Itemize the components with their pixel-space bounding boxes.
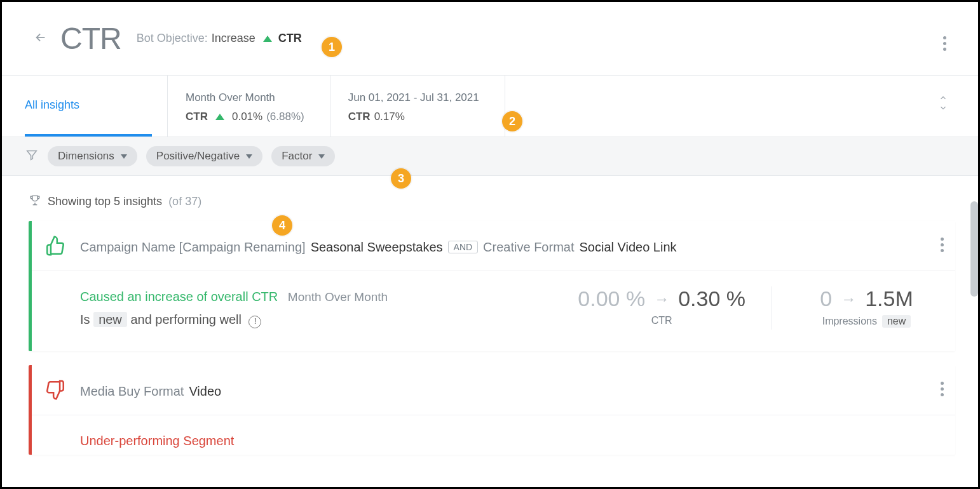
cause-text: Under-performing Segment [80,434,234,448]
stat-pct: (6.88%) [266,111,304,123]
card-header: Campaign Name [Campaign Renaming] Season… [32,221,955,271]
metric-ctr: 0.00 % → 0.30 % CTR [578,286,745,330]
card-body: Caused an increase of overall CTR Month … [32,271,955,347]
metric-to: 1.5M [865,286,913,311]
metric-from: 0.00 % [578,286,645,311]
thumbs-down-icon [44,379,71,403]
dim-label: Media Buy Format [80,384,184,399]
filter-posneg[interactable]: Positive/Negative [146,146,262,166]
count-suffix: (of 37) [168,195,201,208]
stat-title: Month Over Month [186,91,304,104]
page-title: CTR [60,21,121,56]
callout-badge-2: 2 [502,111,522,131]
new-tag: new [93,312,127,327]
desc-pre: Is [80,312,90,326]
metric-label: CTR [578,315,745,326]
filter-bar: Dimensions Positive/Negative Factor [2,137,978,176]
insight-card-positive: Campaign Name [Campaign Renaming] Season… [29,221,955,351]
card-more-button[interactable] [941,235,944,255]
back-icon[interactable] [34,30,48,47]
card-header: Media Buy Format Video [32,365,955,415]
stats-bar: All insights Month Over Month CTR 0.01% … [2,76,978,137]
dim-label: Campaign Name [Campaign Renaming] [80,240,306,255]
dim-value: Video [189,384,221,399]
cause-text: Caused an increase of overall CTR [80,290,278,304]
stat-month-over-month: Month Over Month CTR 0.01% (6.88%) [167,76,330,137]
metric-label: Impressions [822,316,877,327]
scrollbar[interactable] [970,201,978,297]
card-description: Caused an increase of overall CTR Month … [80,286,552,330]
more-menu-button[interactable] [943,34,946,53]
arrow-right-icon: → [654,290,669,308]
period-text: Month Over Month [288,290,388,304]
card-more-button[interactable] [941,379,944,399]
chevron-down-icon [246,154,252,159]
info-icon[interactable]: ! [248,316,261,328]
thumbs-up-icon [44,235,71,259]
desc-post: and performing well [130,312,242,326]
stat-value: 0.17% [374,111,405,123]
new-tag: new [882,315,911,328]
card-body: Under-performing Segment [32,415,955,451]
card-title: Campaign Name [Campaign Renaming] Season… [80,240,677,255]
stat-metric: CTR [348,111,371,123]
pill-label: Dimensions [58,150,114,163]
dim-label: Creative Format [483,240,574,255]
filter-dimensions[interactable]: Dimensions [48,146,137,166]
increase-icon [215,114,224,120]
metric-impressions: 0 → 1.5M Impressions new [771,286,936,330]
filter-icon[interactable] [25,148,39,164]
chevron-down-icon [318,154,325,159]
stat-title: Jun 01, 2021 - Jul 31, 2021 [348,91,479,104]
stat-change: 0.01% [232,111,262,123]
insight-count: Showing top 5 insights (of 37) [2,176,978,221]
stat-date-range: Jun 01, 2021 - Jul 31, 2021 CTR 0.17% [330,76,505,137]
insight-card-negative: Media Buy Format Video Under-performing … [29,365,955,455]
stat-metric: CTR [186,111,208,123]
pill-label: Positive/Negative [156,150,240,163]
card-description: Under-performing Segment [80,431,936,451]
metric-from: 0 [820,286,832,311]
arrow-right-icon: → [841,290,856,308]
tab-all-insights[interactable]: All insights [25,76,152,137]
filter-factor[interactable]: Factor [271,146,335,166]
chevron-down-icon [121,154,127,159]
increase-icon [263,36,272,42]
tab-label: All insights [25,98,79,112]
card-title: Media Buy Format Video [80,384,221,399]
page-header: CTR Bot Objective: Increase CTR [2,2,978,75]
pill-label: Factor [282,150,312,163]
expand-collapse-button[interactable] [939,93,948,112]
callout-badge-1: 1 [322,37,342,57]
callout-badge-4: 4 [272,215,292,236]
objective-metric: CTR [278,32,302,45]
dim-value: Social Video Link [579,240,676,255]
count-text: Showing top 5 insights [48,195,162,208]
callout-badge-3: 3 [391,168,411,189]
objective-value: Increase [212,32,255,45]
objective-label: Bot Objective: [137,32,208,45]
metric-to: 0.30 % [678,286,745,311]
dim-value: Seasonal Sweepstakes [311,240,443,255]
and-tag: AND [448,241,479,253]
trophy-icon [29,194,41,210]
